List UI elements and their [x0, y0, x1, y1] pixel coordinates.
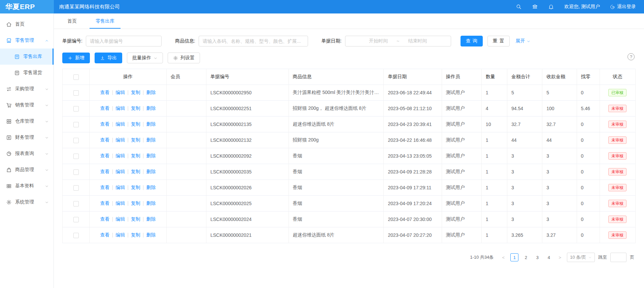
delete-link[interactable]: 删除 — [146, 216, 156, 222]
sidebar-item-warehouse-management[interactable]: 仓库管理 — [0, 113, 54, 129]
sidebar-item-purchase-management[interactable]: 采购管理 — [0, 81, 54, 97]
delete-link[interactable]: 删除 — [146, 232, 156, 237]
copy-link[interactable]: 复制 — [131, 185, 140, 190]
prev-page-button[interactable]: < — [500, 255, 507, 260]
row-checkbox[interactable] — [73, 185, 79, 191]
expand-link[interactable]: 展开 — [516, 38, 531, 44]
platform-icon[interactable] — [532, 4, 538, 10]
action-toolbar: 新增 导出 批量操作 列设置 — [62, 53, 636, 63]
edit-link[interactable]: 编辑 — [115, 169, 125, 174]
view-link[interactable]: 查看 — [100, 137, 109, 142]
row-checkbox[interactable] — [73, 233, 79, 238]
page-button-1[interactable]: 1 — [510, 253, 518, 261]
edit-link[interactable]: 编辑 — [115, 121, 125, 127]
view-link[interactable]: 查看 — [100, 169, 109, 174]
edit-link[interactable]: 编辑 — [115, 200, 125, 206]
page-button-2[interactable]: 2 — [522, 253, 530, 261]
page-size-select[interactable]: 10 条/页 — [567, 253, 595, 262]
select-all-checkbox[interactable] — [73, 74, 79, 80]
order-no-input[interactable] — [86, 36, 162, 46]
date-range-input[interactable]: 开始时间 ~ 结束时间 — [345, 36, 451, 46]
batch-actions-button[interactable]: 批量操作 — [127, 53, 163, 63]
edit-link[interactable]: 编辑 — [115, 90, 125, 95]
copy-link[interactable]: 复制 — [131, 137, 140, 142]
sidebar-item-product-management[interactable]: 商品管理 — [0, 162, 54, 178]
view-link[interactable]: 查看 — [100, 153, 109, 158]
copy-link[interactable]: 复制 — [131, 216, 140, 222]
delete-link[interactable]: 删除 — [146, 169, 156, 174]
delete-link[interactable]: 删除 — [146, 137, 156, 142]
page-button-3[interactable]: 3 — [533, 253, 541, 261]
jump-to-page-input[interactable] — [610, 253, 626, 262]
view-link[interactable]: 查看 — [100, 121, 109, 127]
row-checkbox[interactable] — [73, 169, 79, 175]
pagination-bar: 1-10 共34条 < 1 2 3 4 > 10 条/页 跳至 页 — [62, 253, 636, 262]
product-info-input[interactable] — [199, 36, 308, 46]
sidebar-item-retail-management[interactable]: 零售管理 — [0, 32, 54, 49]
copy-link[interactable]: 复制 — [131, 153, 140, 158]
edit-link[interactable]: 编辑 — [115, 185, 125, 190]
view-link[interactable]: 查看 — [100, 232, 109, 237]
delete-link[interactable]: 删除 — [146, 200, 156, 206]
delete-link[interactable]: 删除 — [146, 121, 156, 127]
copy-link[interactable]: 复制 — [131, 200, 140, 206]
edit-link[interactable]: 编辑 — [115, 232, 125, 237]
sidebar-item-finance-management[interactable]: 财务管理 — [0, 129, 54, 146]
delete-link[interactable]: 删除 — [146, 90, 156, 95]
add-button[interactable]: 新增 — [62, 53, 90, 63]
sidebar-item-home[interactable]: 首页 — [0, 16, 54, 32]
copy-link[interactable]: 复制 — [131, 90, 140, 95]
total-cell: 3 — [507, 196, 542, 212]
row-checkbox[interactable] — [73, 122, 79, 127]
row-checkbox[interactable] — [73, 90, 79, 96]
tab-home[interactable]: 首页 — [67, 13, 77, 29]
delete-link[interactable]: 删除 — [146, 105, 156, 111]
view-link[interactable]: 查看 — [100, 105, 109, 111]
row-checkbox[interactable] — [73, 106, 79, 111]
page-button-4[interactable]: 4 — [545, 253, 553, 261]
date-separator: ~ — [397, 38, 399, 44]
copy-link[interactable]: 复制 — [131, 169, 140, 174]
order-no-cell: LSCK00000002025 — [206, 196, 289, 212]
delete-link[interactable]: 删除 — [146, 153, 156, 158]
row-checkbox[interactable] — [73, 154, 79, 159]
change-cell: 0 — [577, 164, 600, 180]
help-icon[interactable]: ? — [628, 53, 635, 60]
search-icon[interactable] — [516, 4, 522, 10]
copy-link[interactable]: 复制 — [131, 105, 140, 111]
sidebar-item-retail-return[interactable]: 零售退货 — [0, 65, 54, 81]
search-button[interactable]: 查询 — [461, 36, 483, 46]
export-button[interactable]: 导出 — [95, 53, 122, 63]
product-cell: 美汁源果粒橙 500ml 美汁美汁美汁美汁美... — [289, 85, 384, 101]
copy-link[interactable]: 复制 — [131, 121, 140, 127]
sidebar-item-basic-data[interactable]: 基本资料 — [0, 178, 54, 194]
reset-button[interactable]: 重置 — [487, 36, 510, 46]
view-link[interactable]: 查看 — [100, 216, 109, 222]
sidebar-item-report-query[interactable]: 报表查询 — [0, 146, 54, 162]
sidebar-item-sales-management[interactable]: 销售管理 — [0, 97, 54, 113]
row-checkbox[interactable] — [73, 217, 79, 222]
sidebar-item-system-management[interactable]: 系统管理 — [0, 194, 54, 210]
edit-link[interactable]: 编辑 — [115, 153, 125, 158]
date-start-placeholder: 开始时间 — [369, 38, 388, 44]
date-cell: 2023-04-09 17:20:24 — [384, 196, 442, 212]
copy-link[interactable]: 复制 — [131, 232, 140, 237]
notification-bell-icon[interactable] — [548, 4, 554, 10]
tab-retail-outbound[interactable]: 零售出库 — [96, 13, 114, 29]
logout-button[interactable]: 退出登录 — [610, 4, 636, 10]
edit-link[interactable]: 编辑 — [115, 137, 125, 142]
view-link[interactable]: 查看 — [100, 90, 109, 95]
member-cell — [166, 101, 206, 117]
column-settings-button[interactable]: 列设置 — [168, 53, 200, 63]
row-checkbox[interactable] — [73, 201, 79, 206]
delete-link[interactable]: 删除 — [146, 185, 156, 190]
view-link[interactable]: 查看 — [100, 200, 109, 206]
product-cell: 香烟 — [289, 164, 384, 180]
edit-link[interactable]: 编辑 — [115, 216, 125, 222]
row-checkbox[interactable] — [73, 138, 79, 143]
view-link[interactable]: 查看 — [100, 185, 109, 190]
sidebar-item-retail-outbound[interactable]: 零售出库 — [0, 49, 54, 65]
next-page-button[interactable]: > — [556, 255, 564, 260]
edit-link[interactable]: 编辑 — [115, 105, 125, 111]
date-cell: 2023-04-09 17:29:11 — [384, 180, 442, 196]
